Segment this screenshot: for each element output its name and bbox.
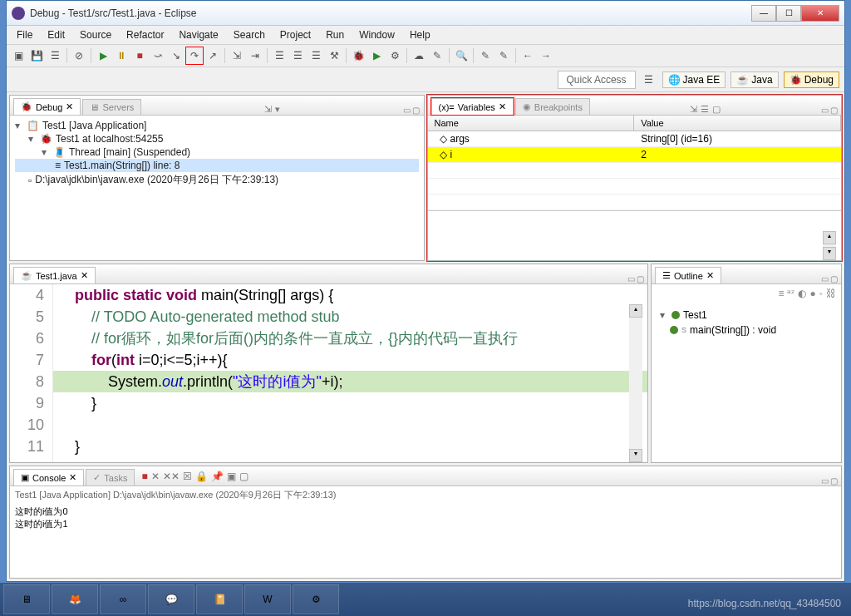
new-icon[interactable]: ▣ — [10, 47, 27, 64]
code-editor[interactable]: 456 789 101112 public static void main(S… — [10, 284, 647, 462]
skip-bp-icon[interactable]: ⊘ — [71, 47, 87, 64]
taskbar-wechat[interactable]: 💬 — [148, 584, 194, 614]
suspend-icon[interactable]: ⏸ — [113, 47, 130, 64]
build-icon[interactable]: ⚒ — [326, 47, 342, 64]
tab-editor[interactable]: ☕ Test1.java ✕ — [13, 267, 96, 283]
disconnect-icon[interactable]: ⤻ — [150, 47, 166, 64]
vars-min-icon[interactable]: ▭ — [821, 106, 829, 115]
drop-frame-icon[interactable]: ⇲ — [229, 47, 245, 64]
outline-class[interactable]: Test1 — [683, 309, 707, 321]
step-return-icon[interactable]: ↗ — [204, 47, 221, 64]
tab-console[interactable]: ▣ Console ✕ — [13, 469, 84, 485]
tab-breakpoints[interactable]: ◉ Breakpoints — [515, 98, 590, 115]
close-button[interactable]: ✕ — [801, 5, 839, 22]
col-name[interactable]: Name — [428, 116, 635, 131]
vars-max-icon[interactable]: ▢ — [830, 106, 838, 115]
menu-window[interactable]: Window — [352, 27, 401, 42]
run-drop-icon[interactable]: ▶ — [368, 47, 385, 64]
outline-max-icon[interactable]: ▢ — [830, 274, 838, 283]
step-over-icon[interactable]: ↷ — [186, 47, 203, 64]
terminate-icon[interactable]: ■ — [131, 47, 148, 64]
windows-taskbar[interactable]: 🖥 🦊 ∞ 💬 📔 W ⚙ https://blog.csdn.net/qq_4… — [0, 583, 851, 616]
type-icon[interactable]: ✎ — [429, 47, 445, 64]
vars-collapse-icon[interactable]: ▢ — [712, 104, 721, 115]
maximize-view-icon[interactable]: ▢ — [412, 106, 420, 115]
search-icon[interactable]: 🔍 — [453, 47, 470, 64]
console-display-icon[interactable]: ▣ — [227, 471, 236, 482]
taskbar-vs[interactable]: ∞ — [100, 584, 146, 614]
editor-max-icon[interactable]: ▢ — [637, 274, 644, 283]
console-terminate-icon[interactable]: ■ — [141, 471, 147, 482]
outline-filter-icon[interactable]: ● — [809, 288, 815, 299]
console-min-icon[interactable]: ▭ — [821, 476, 829, 485]
menu-project[interactable]: Project — [273, 27, 317, 42]
step-into-icon[interactable]: ↘ — [168, 47, 184, 64]
taskbar-firefox[interactable]: 🦊 — [52, 584, 98, 614]
resume-icon[interactable]: ▶ — [95, 47, 111, 64]
tab-variables[interactable]: (x)= Variables ✕ — [431, 98, 514, 115]
console-remove-icon[interactable]: ✕ — [151, 471, 160, 482]
vars-menu-icon[interactable]: ⇲ — [690, 104, 697, 115]
tool-icon[interactable]: ☰ — [271, 47, 288, 64]
tool3-icon[interactable]: ☰ — [307, 47, 324, 64]
perspective-javaee[interactable]: 🌐 Java EE — [662, 71, 726, 88]
minimize-button[interactable]: — — [751, 5, 776, 22]
console-pin-icon[interactable]: 📌 — [211, 471, 224, 482]
editor-scrollbar[interactable]: ▴▾ — [629, 304, 642, 462]
debug-app-node[interactable]: Test1 [Java Application] — [42, 120, 146, 131]
save-all-icon[interactable]: ☰ — [47, 47, 63, 64]
outline-sort-icon[interactable]: ≡ — [778, 288, 784, 299]
maximize-button[interactable]: ☐ — [776, 5, 801, 22]
col-value[interactable]: Value — [634, 116, 841, 131]
console-output[interactable]: 这时的i值为0 这时的i值为1 — [10, 504, 841, 578]
minimize-view-icon[interactable]: ▭ — [403, 106, 411, 115]
tab-debug[interactable]: 🐞 Debug ✕ — [13, 98, 81, 115]
debug-vm-node[interactable]: Test1 at localhost:54255 — [56, 133, 163, 145]
perspective-java[interactable]: ☕ Java — [730, 71, 778, 88]
debug-thread-node[interactable]: Thread [main] (Suspended) — [69, 146, 190, 158]
menu-help[interactable]: Help — [403, 27, 437, 42]
var-row-i[interactable]: ◇ i 2 — [428, 147, 842, 163]
menu-navigate[interactable]: Navigate — [172, 27, 224, 42]
step-filter-icon[interactable]: ⇥ — [247, 47, 263, 64]
var-row-args[interactable]: ◇ args String[0] (id=16) — [428, 131, 842, 147]
menu-search[interactable]: Search — [227, 27, 272, 42]
taskbar-eclipse[interactable]: ⚙ — [293, 584, 339, 614]
debug-frame-node[interactable]: Test1.main(String[]) line: 8 — [64, 160, 180, 171]
debug-view-menu-icon[interactable]: ▾ — [275, 104, 280, 115]
debug-tree[interactable]: ▾📋 Test1 [Java Application] ▾🐞 Test1 at … — [10, 116, 424, 260]
taskbar-notes[interactable]: 📔 — [196, 584, 243, 614]
menu-edit[interactable]: Edit — [41, 27, 71, 42]
back-icon[interactable]: ← — [519, 47, 536, 64]
console-open-icon[interactable]: ▢ — [239, 471, 248, 482]
outline-az-icon[interactable]: ᵃᶻ — [787, 288, 794, 299]
vars-scrollbar[interactable]: ▴▾ — [823, 231, 836, 260]
menu-refactor[interactable]: Refactor — [120, 27, 170, 42]
tab-outline[interactable]: ☰ Outline ✕ — [655, 267, 721, 283]
tab-tasks[interactable]: ✓ Tasks — [86, 469, 135, 485]
new-server-icon[interactable]: ☁ — [411, 47, 427, 64]
console-remove-all-icon[interactable]: ✕✕ — [163, 471, 180, 482]
perspective-debug[interactable]: 🐞 Debug — [784, 71, 839, 88]
tab-servers[interactable]: 🖥 Servers — [82, 99, 141, 115]
title-bar[interactable]: Debug - Test1/src/Test1.java - Eclipse —… — [7, 1, 844, 26]
ext-tools-icon[interactable]: ⚙ — [386, 47, 403, 64]
gutter[interactable]: 456 789 101112 — [10, 284, 53, 462]
quick-access[interactable]: Quick Access — [558, 71, 636, 89]
debug-drop-icon[interactable]: 🐞 — [350, 47, 366, 64]
forward-icon[interactable]: → — [538, 47, 554, 64]
vars-detail-pane[interactable]: ▴▾ — [428, 210, 842, 260]
console-max-icon[interactable]: ▢ — [830, 476, 838, 485]
console-clear-icon[interactable]: ☒ — [183, 471, 192, 482]
debug-view-toolbar-icon[interactable]: ⇲ — [264, 104, 272, 115]
annot-icon[interactable]: ✎ — [477, 47, 494, 64]
taskbar-app1[interactable]: 🖥 — [3, 584, 50, 614]
outline-method[interactable]: main(String[]) : void — [690, 324, 776, 336]
task-icon[interactable]: ✎ — [495, 47, 512, 64]
taskbar-word[interactable]: W — [244, 584, 291, 614]
outline-tree[interactable]: ▾ Test1 S main(String[]) : void — [652, 303, 841, 342]
outline-min-icon[interactable]: ▭ — [821, 274, 829, 283]
debug-process-node[interactable]: D:\java\jdk\bin\javaw.exe (2020年9月26日 下午… — [35, 173, 278, 187]
outline-hide-icon[interactable]: ◐ — [798, 288, 806, 299]
tool2-icon[interactable]: ☰ — [289, 47, 306, 64]
